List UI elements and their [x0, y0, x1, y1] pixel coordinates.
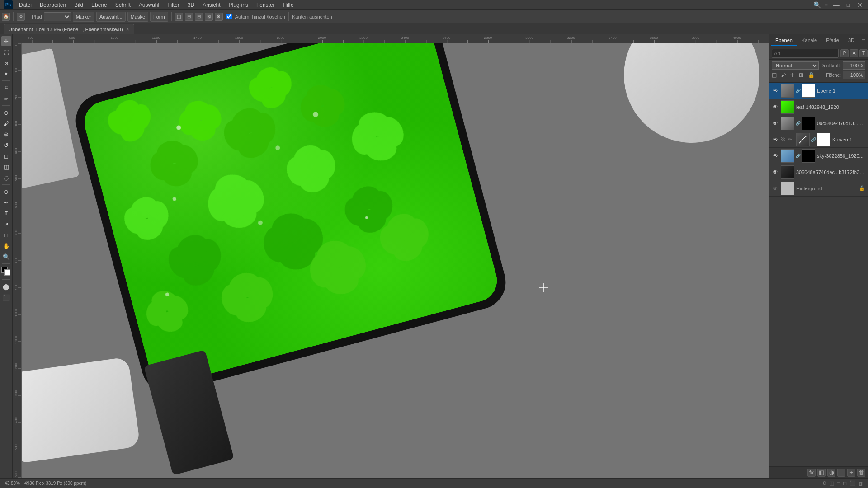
- layer-thumb-3: [781, 117, 794, 130]
- move-tool[interactable]: ✛: [1, 36, 11, 46]
- form-btn[interactable]: Form: [150, 12, 168, 22]
- brush-tool[interactable]: 🖌: [1, 118, 11, 128]
- layer-name-6: 306048a5746dec...b3172fb3a6c08: [796, 169, 865, 175]
- tab-ebenen[interactable]: Ebenen: [771, 36, 797, 46]
- search-icon[interactable]: 🔍: [813, 1, 821, 9]
- dodge-tool[interactable]: ⊙: [1, 187, 11, 197]
- eraser-tool[interactable]: ◻: [1, 151, 11, 161]
- tab-3d[interactable]: 3D: [844, 36, 859, 46]
- auswahl-btn[interactable]: Auswahl...: [96, 12, 126, 22]
- tool-options-icon[interactable]: ⚙: [17, 13, 25, 21]
- tab-pfade[interactable]: Pfade: [821, 36, 844, 46]
- lasso-tool[interactable]: ⌀: [1, 58, 11, 68]
- add-mask-icon[interactable]: ◧: [817, 469, 826, 477]
- stamp-tool[interactable]: ⊗: [1, 129, 11, 139]
- menu-item-hilfe[interactable]: Hilfe: [279, 1, 297, 9]
- menu-item-bild[interactable]: Bild: [71, 1, 87, 9]
- menu-item-plugins[interactable]: Plug-ins: [225, 1, 252, 9]
- path-label: Pfad: [32, 14, 42, 19]
- layer-vis-2[interactable]: 👁: [772, 103, 779, 111]
- tool-separator-3: [2, 184, 10, 185]
- layer-vis-6[interactable]: 👁: [772, 169, 779, 176]
- quickmask-tool[interactable]: ⬤: [1, 282, 11, 291]
- snap-icon[interactable]: ◫: [175, 13, 183, 21]
- history-tool[interactable]: ↺: [1, 140, 11, 150]
- canvas-area[interactable]: [13, 34, 769, 478]
- canvas-content[interactable]: [22, 43, 769, 478]
- layer-vis-3[interactable]: 👁: [772, 120, 779, 127]
- group-icon[interactable]: □: [837, 469, 845, 477]
- layer-vis-1[interactable]: 👁: [772, 87, 779, 94]
- screen-mode-tool[interactable]: ⬛: [1, 292, 11, 302]
- layer-item-ebene1[interactable]: 👁 🔗 Ebene 1: [769, 83, 868, 99]
- layer-item-3060[interactable]: 👁 306048a5746dec...b3172fb3a6c08: [769, 164, 868, 180]
- new-layer-icon[interactable]: +: [847, 469, 855, 477]
- lock-move-icon[interactable]: ✛: [790, 72, 797, 78]
- fx-icon[interactable]: fx: [807, 469, 816, 477]
- eyedropper-tool[interactable]: ✏: [1, 94, 11, 103]
- fill-input[interactable]: [843, 71, 865, 79]
- filter-adj-icon[interactable]: A: [850, 49, 858, 57]
- delete-layer-icon[interactable]: 🗑: [857, 469, 865, 477]
- minimize-icon[interactable]: —: [831, 1, 841, 9]
- layer-item-sky[interactable]: 👁 🔗 sky-3022856_1920...: [769, 148, 868, 164]
- lock-transparent-icon[interactable]: ◫: [772, 72, 779, 78]
- layer-vis-7[interactable]: 👁: [772, 185, 779, 192]
- shape-tool[interactable]: □: [1, 230, 11, 240]
- hand-tool[interactable]: ✋: [1, 241, 11, 251]
- workspace-icon[interactable]: ≡: [825, 2, 828, 8]
- marker-btn[interactable]: Marker: [73, 12, 94, 22]
- document-tab[interactable]: Unbenannt-1 bei 43,9% (Ebene 1, Ebenenma…: [4, 24, 134, 34]
- align-icon[interactable]: ⊞: [185, 13, 193, 21]
- color-swatches[interactable]: [1, 267, 11, 277]
- menu-item-datei[interactable]: Datei: [15, 1, 35, 9]
- layer-item-leaf[interactable]: 👁 leaf-1482948_1920: [769, 99, 868, 115]
- spot-heal-tool[interactable]: ⊕: [1, 108, 11, 117]
- adjustment-icon[interactable]: ◑: [827, 469, 835, 477]
- transform-icon[interactable]: ⊠: [205, 13, 213, 21]
- filter-pixel-icon[interactable]: P: [840, 49, 849, 57]
- layer-item-09c5[interactable]: 👁 🔗 09c540e4f70d13...43ce460d18f3f2: [769, 115, 868, 131]
- layer-vis-5[interactable]: 👁: [772, 152, 779, 160]
- layer-item-kurven[interactable]: 👁 ⛓ ✏ 🔗 Kurv: [769, 131, 868, 148]
- tool-home-icon[interactable]: 🏠: [2, 13, 10, 21]
- layer-vis-4[interactable]: 👁: [772, 136, 779, 143]
- magic-wand-tool[interactable]: ✦: [1, 69, 11, 79]
- zoom-tool[interactable]: 🔍: [1, 252, 11, 262]
- settings-icon[interactable]: ⚙: [215, 13, 223, 21]
- maximize-icon[interactable]: □: [845, 2, 852, 8]
- filter-text-icon[interactable]: T: [859, 49, 868, 57]
- gradient-tool[interactable]: ◫: [1, 162, 11, 172]
- close-icon[interactable]: ✕: [855, 1, 864, 9]
- menu-item-3d[interactable]: 3D: [184, 1, 198, 9]
- lock-all-icon[interactable]: 🔒: [808, 72, 815, 78]
- blend-mode-dropdown[interactable]: Normal: [772, 61, 819, 70]
- path-select-tool[interactable]: ↗: [1, 219, 11, 229]
- lock-brush-icon[interactable]: 🖌: [781, 72, 788, 78]
- layers-bottom-toolbar: fx ◧ ◑ □ + 🗑: [769, 466, 868, 478]
- menu-item-schrift[interactable]: Schrift: [112, 1, 134, 9]
- menu-item-filter[interactable]: Filter: [164, 1, 183, 9]
- menu-item-fenster[interactable]: Fenster: [253, 1, 278, 9]
- menu-item-ebene[interactable]: Ebene: [88, 1, 111, 9]
- text-tool[interactable]: T: [1, 208, 11, 218]
- tab-kanaele[interactable]: Kanäle: [797, 36, 821, 46]
- menu-item-ansicht[interactable]: Ansicht: [199, 1, 224, 9]
- distribute-icon[interactable]: ⊟: [195, 13, 203, 21]
- maske-btn[interactable]: Maske: [127, 12, 148, 22]
- menu-item-auswahl[interactable]: Auswahl: [135, 1, 163, 9]
- panel-menu-icon[interactable]: ≡: [859, 36, 868, 45]
- selection-tool[interactable]: ⬚: [1, 47, 11, 57]
- autom-checkbox[interactable]: [226, 14, 232, 19]
- layer-item-hintergrund[interactable]: 👁 Hintergrund 🔒: [769, 180, 868, 197]
- opacity-input[interactable]: [843, 61, 865, 70]
- path-dropdown[interactable]: [44, 12, 71, 21]
- tab-close-icon[interactable]: ✕: [126, 27, 129, 32]
- layer-link-3: 🔗: [796, 121, 800, 126]
- layers-search-input[interactable]: [772, 49, 839, 58]
- blur-tool[interactable]: ◌: [1, 173, 11, 183]
- crop-tool[interactable]: ⌗: [1, 83, 11, 93]
- lock-artboard-icon[interactable]: ⊞: [799, 72, 806, 78]
- menu-item-bearbeiten[interactable]: Bearbeiten: [36, 1, 70, 9]
- pen-tool[interactable]: ✒: [1, 197, 11, 207]
